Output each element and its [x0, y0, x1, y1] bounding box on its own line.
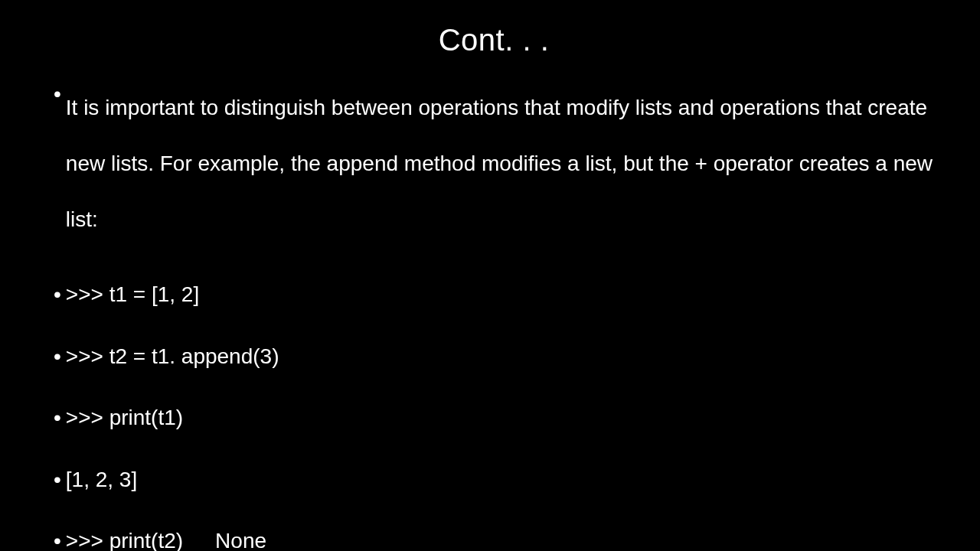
bullet-item: • >>> print(t2) None [54, 527, 934, 551]
bullet-text: >>> t1 = [1, 2] [66, 281, 934, 308]
bullet-item: • [1, 2, 3] [54, 466, 934, 494]
bullet-list: • It is important to distinguish between… [54, 80, 934, 551]
bullet-dot-icon: • [54, 466, 61, 494]
bullet-item: • >>> print(t1) [54, 404, 934, 432]
bullet-item: • >>> t1 = [1, 2] [54, 281, 934, 308]
bullet-text: >>> print(t2) None [66, 527, 934, 551]
slide-title: Cont. . . [54, 23, 934, 57]
bullet-dot-icon: • [54, 404, 61, 432]
bullet-item: • It is important to distinguish between… [54, 80, 934, 247]
bullet-text: >>> t2 = t1. append(3) [66, 343, 934, 370]
bullet-text: [1, 2, 3] [66, 466, 934, 494]
bullet-dot-icon: • [54, 343, 61, 370]
bullet-text: It is important to distinguish between o… [66, 80, 934, 247]
bullet-text: >>> print(t1) [66, 404, 934, 432]
bullet-item: • >>> t2 = t1. append(3) [54, 343, 934, 370]
slide: Cont. . . • It is important to distingui… [0, 0, 980, 551]
bullet-dot-icon: • [54, 281, 61, 308]
bullet-dot-icon: • [54, 80, 61, 247]
bullet-dot-icon: • [54, 527, 61, 551]
